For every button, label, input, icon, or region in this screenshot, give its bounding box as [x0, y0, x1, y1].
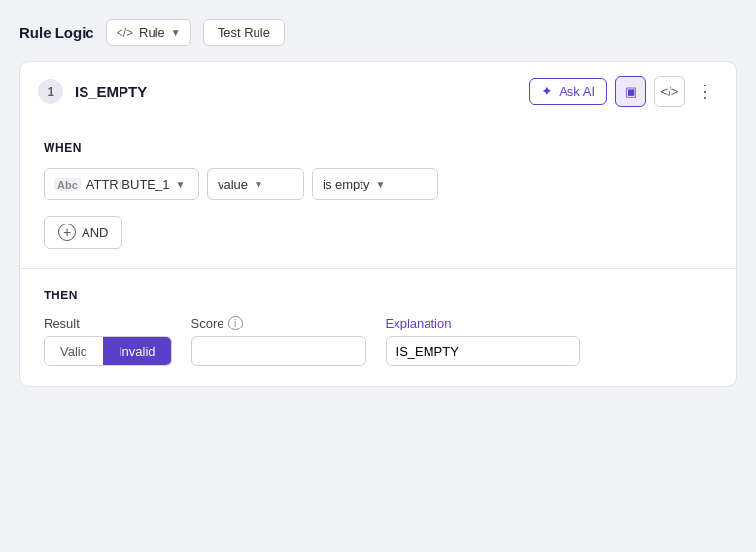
test-rule-button[interactable]: Test Rule: [203, 19, 285, 46]
rule-selector[interactable]: </> Rule ▼: [106, 19, 191, 46]
result-column: Result Valid Invalid: [44, 316, 172, 366]
then-columns: Result Valid Invalid Score i Explanation: [44, 316, 712, 366]
doc-icon-button[interactable]: ▣: [615, 76, 646, 107]
info-icon[interactable]: i: [228, 316, 243, 330]
attribute-dropdown[interactable]: Abc ATTRIBUTE_1 ▼: [44, 168, 199, 200]
code-icon-button[interactable]: </>: [654, 76, 685, 107]
ask-ai-button[interactable]: ✦ Ask AI: [529, 78, 607, 105]
result-label: Result: [44, 316, 172, 330]
doc-icon: ▣: [625, 85, 636, 99]
rule-selector-label: Rule: [139, 25, 165, 40]
condition-dropdown[interactable]: is empty ▼: [312, 168, 438, 200]
explanation-label: Explanation: [386, 316, 580, 330]
score-input[interactable]: [191, 336, 366, 366]
when-label: WHEN: [44, 141, 712, 155]
when-section: WHEN Abc ATTRIBUTE_1 ▼ value ▼ is empty …: [20, 121, 736, 269]
header-bar: Rule Logic </> Rule ▼ Test Rule: [19, 19, 737, 46]
rule-header-actions: ✦ Ask AI ▣ </> ⋮: [529, 76, 718, 107]
plus-circle-icon: +: [58, 224, 76, 241]
then-section: THEN Result Valid Invalid Score i Expl: [20, 269, 736, 386]
ellipsis-icon: ⋮: [697, 81, 714, 102]
rule-header: 1 IS_EMPTY ✦ Ask AI ▣ </> ⋮: [20, 62, 736, 121]
attribute-chevron-icon: ▼: [176, 179, 186, 190]
condition-row: Abc ATTRIBUTE_1 ▼ value ▼ is empty ▼: [44, 168, 712, 200]
invalid-button[interactable]: Invalid: [103, 337, 171, 365]
value-chevron-icon: ▼: [254, 179, 263, 190]
then-label: THEN: [44, 289, 712, 302]
more-options-button[interactable]: ⋮: [693, 81, 718, 102]
score-column: Score i: [191, 316, 366, 366]
chevron-down-icon: ▼: [171, 27, 181, 38]
score-header: Score i: [191, 316, 366, 330]
abc-icon: Abc: [54, 178, 81, 191]
code-icon: </>: [117, 26, 133, 40]
rule-card: 1 IS_EMPTY ✦ Ask AI ▣ </> ⋮ WHEN Abc ATT…: [19, 61, 737, 387]
page-title: Rule Logic: [19, 24, 94, 41]
valid-button[interactable]: Valid: [45, 337, 103, 365]
rule-number: 1: [38, 79, 63, 104]
sparkle-icon: ✦: [541, 84, 553, 99]
score-label: Score: [191, 316, 224, 330]
explanation-input[interactable]: [386, 336, 580, 366]
ask-ai-label: Ask AI: [559, 85, 595, 99]
attribute-value: ATTRIBUTE_1: [86, 177, 170, 191]
value-label: value: [218, 177, 248, 191]
condition-label: is empty: [323, 177, 369, 191]
code-brackets-icon: </>: [661, 85, 679, 99]
result-buttons: Valid Invalid: [44, 336, 172, 366]
rule-name: IS_EMPTY: [75, 84, 517, 100]
condition-chevron-icon: ▼: [375, 179, 385, 190]
explanation-column: Explanation: [386, 316, 580, 366]
and-button[interactable]: + AND: [44, 216, 122, 249]
value-dropdown[interactable]: value ▼: [207, 168, 304, 200]
and-label: AND: [82, 225, 108, 240]
